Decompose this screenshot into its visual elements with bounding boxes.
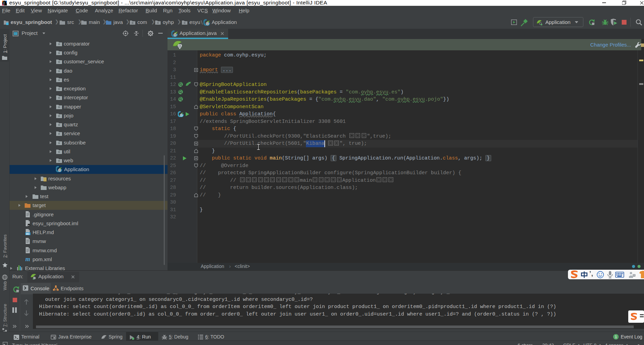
svg-text:MD: MD: [26, 233, 30, 235]
svg-text:IJ: IJ: [3, 1, 5, 4]
